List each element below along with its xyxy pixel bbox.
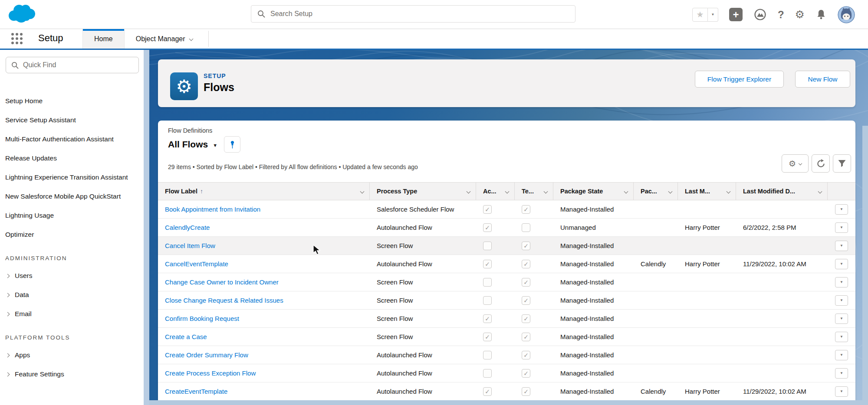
sidebar-item-new-salesforce-mobile-app-quickstart[interactable]: New Salesforce Mobile App QuickStart	[0, 187, 143, 206]
refresh-button[interactable]	[812, 154, 830, 173]
flow-link[interactable]: Change Case Owner to Incident Owner	[165, 278, 279, 286]
column-header-te[interactable]: Te...	[515, 183, 553, 200]
row-actions-button[interactable]: ▼	[835, 204, 848, 215]
row-actions-button[interactable]: ▼	[835, 222, 848, 233]
quick-find[interactable]	[6, 57, 139, 73]
pin-list-view-button[interactable]	[224, 136, 240, 153]
table-row[interactable]: Confirm Booking Request Screen Flow Mana…	[158, 310, 855, 328]
global-search[interactable]	[251, 5, 575, 23]
column-menu-icon[interactable]	[360, 189, 365, 193]
sidebar-item-lightning-experience-transition-assistant[interactable]: Lightning Experience Transition Assistan…	[0, 168, 143, 187]
flow-link[interactable]: Create Order Summary Flow	[165, 351, 248, 359]
table-row[interactable]: Cancel Item Flow Screen Flow Managed-Ins…	[158, 237, 855, 255]
view-dropdown-icon[interactable]: ▼	[213, 143, 217, 148]
active-checkbox[interactable]	[483, 205, 492, 214]
template-checkbox[interactable]	[522, 369, 530, 378]
column-header-last-m[interactable]: Last M...	[678, 183, 736, 200]
template-checkbox[interactable]	[522, 223, 530, 232]
template-checkbox[interactable]	[522, 205, 530, 214]
view-name[interactable]: All Flows	[168, 139, 208, 150]
column-menu-icon[interactable]	[544, 189, 548, 193]
column-menu-icon[interactable]	[624, 189, 628, 193]
guidance-center-icon[interactable]	[753, 8, 767, 21]
sidebar-item-data[interactable]: Data	[0, 285, 143, 304]
table-row[interactable]: CreateEventTemplate Autolaunched Flow Ma…	[158, 382, 855, 401]
active-checkbox[interactable]	[483, 278, 492, 287]
sidebar-item-email[interactable]: Email	[0, 304, 143, 323]
user-avatar[interactable]	[838, 6, 855, 23]
template-checkbox[interactable]	[522, 387, 530, 396]
flow-link[interactable]: CancelEventTemplate	[165, 260, 228, 268]
new-flow-button[interactable]: New Flow	[795, 71, 850, 88]
table-row[interactable]: CancelEventTemplate Autolaunched Flow Ma…	[158, 255, 855, 273]
active-checkbox[interactable]	[483, 369, 492, 378]
template-checkbox[interactable]	[522, 296, 530, 305]
favorites-dropdown-icon[interactable]: ▼	[708, 8, 718, 22]
template-checkbox[interactable]	[522, 278, 530, 287]
active-checkbox[interactable]	[483, 314, 492, 323]
template-checkbox[interactable]	[522, 333, 530, 341]
sidebar-item-service-setup-assistant[interactable]: Service Setup Assistant	[0, 111, 143, 130]
global-search-input[interactable]	[270, 10, 569, 18]
sidebar-item-apps[interactable]: Apps	[0, 346, 143, 365]
flow-trigger-explorer-button[interactable]: Flow Trigger Explorer	[695, 71, 784, 88]
active-checkbox[interactable]	[483, 223, 492, 232]
column-header-package-state[interactable]: Package State	[553, 183, 634, 200]
tab-home[interactable]: Home	[82, 29, 125, 49]
column-menu-icon[interactable]	[668, 189, 673, 193]
table-row[interactable]: Create Order Summary Flow Autolaunched F…	[158, 346, 855, 364]
active-checkbox[interactable]	[483, 242, 492, 250]
flow-link[interactable]: Create Process Exception Flow	[165, 369, 256, 377]
column-header-process-type[interactable]: Process Type	[370, 183, 476, 200]
column-header-pac[interactable]: Pac...	[634, 183, 678, 200]
flow-link[interactable]: Confirm Booking Request	[165, 315, 239, 322]
filter-button[interactable]	[833, 154, 851, 173]
active-checkbox[interactable]	[483, 333, 492, 341]
sidebar-item-users[interactable]: Users	[0, 266, 143, 285]
column-menu-icon[interactable]	[818, 189, 822, 193]
flow-link[interactable]: Cancel Item Flow	[165, 242, 215, 249]
table-row[interactable]: Create Process Exception Flow Autolaunch…	[158, 364, 855, 382]
help-icon[interactable]: ?	[778, 9, 784, 21]
tab-object-manager[interactable]: Object Manager	[125, 29, 204, 49]
sidebar-item-multi-factor-authentication-assistant[interactable]: Multi-Factor Authentication Assistant	[0, 130, 143, 149]
table-row[interactable]: Book Appointment from Invitation Salesfo…	[158, 200, 855, 219]
sidebar-scrollbar[interactable]	[144, 50, 149, 405]
column-header-ac[interactable]: Ac...	[476, 183, 515, 200]
table-row[interactable]: CalendlyCreate Autolaunched Flow Unmanag…	[158, 219, 855, 237]
column-header-last-modified-d[interactable]: Last Modified D...	[736, 183, 828, 200]
table-row[interactable]: Close Change Request & Related Issues Sc…	[158, 291, 855, 310]
active-checkbox[interactable]	[483, 387, 492, 396]
row-actions-button[interactable]: ▼	[835, 314, 848, 324]
template-checkbox[interactable]	[522, 351, 530, 359]
sidebar-item-release-updates[interactable]: Release Updates	[0, 149, 143, 168]
row-actions-button[interactable]: ▼	[835, 350, 848, 360]
app-launcher-icon[interactable]	[11, 33, 24, 45]
active-checkbox[interactable]	[483, 296, 492, 305]
active-checkbox[interactable]	[483, 351, 492, 359]
template-checkbox[interactable]	[522, 260, 530, 268]
row-actions-button[interactable]: ▼	[835, 295, 848, 306]
table-row[interactable]: Create a Case Screen Flow Managed-Instal…	[158, 328, 855, 346]
column-menu-icon[interactable]	[467, 189, 471, 193]
flow-link[interactable]: CreateEventTemplate	[165, 388, 227, 395]
row-actions-button[interactable]: ▼	[835, 386, 848, 397]
flow-link[interactable]: CalendlyCreate	[165, 224, 210, 231]
row-actions-button[interactable]: ▼	[835, 368, 848, 379]
template-checkbox[interactable]	[522, 242, 530, 250]
row-actions-button[interactable]: ▼	[835, 241, 848, 251]
flow-link[interactable]: Create a Case	[165, 333, 207, 340]
column-menu-icon[interactable]	[505, 189, 510, 193]
quick-add-icon[interactable]: +	[729, 8, 743, 21]
vertical-scrollbar[interactable]	[862, 126, 868, 405]
column-menu-icon[interactable]	[727, 189, 731, 193]
flow-link[interactable]: Book Appointment from Invitation	[165, 206, 260, 213]
template-checkbox[interactable]	[522, 314, 530, 323]
quick-find-input[interactable]	[23, 61, 133, 69]
horizontal-scrollbar[interactable]	[149, 400, 868, 405]
row-actions-button[interactable]: ▼	[835, 277, 848, 287]
sidebar-item-optimizer[interactable]: Optimizer	[0, 225, 143, 244]
table-row[interactable]: Change Case Owner to Incident Owner Scre…	[158, 273, 855, 291]
sidebar-item-feature-settings[interactable]: Feature Settings	[0, 365, 143, 384]
sidebar-item-lightning-usage[interactable]: Lightning Usage	[0, 206, 143, 225]
